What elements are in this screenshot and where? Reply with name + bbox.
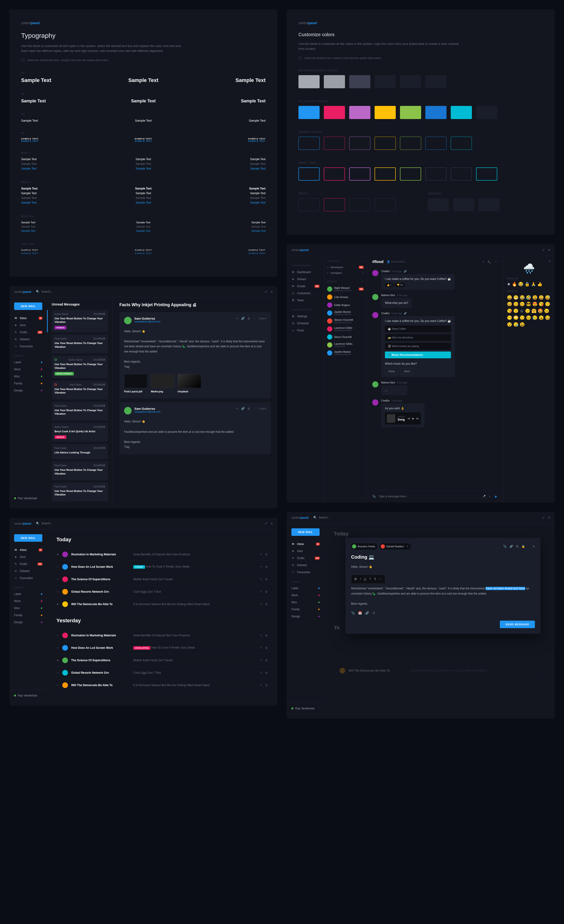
label-label[interactable]: Label [9, 591, 47, 598]
expand-icon[interactable]: ⤢ [542, 516, 545, 519]
sample-h4[interactable]: SAMPLE TEXT [189, 140, 266, 142]
search-input[interactable] [41, 522, 88, 525]
send-button[interactable]: SEND MESSAGE [500, 621, 535, 628]
add-person-icon[interactable]: + [362, 280, 364, 283]
sample-body2[interactable]: Sample Text [21, 192, 98, 195]
label-label[interactable]: Label [9, 359, 47, 366]
reply-icon[interactable]: ↩ [236, 317, 238, 320]
trash-icon[interactable]: 🗑 [372, 611, 375, 615]
attach-icon[interactable]: 📎 [372, 495, 376, 498]
sample-body2[interactable]: Sample Text [21, 201, 98, 204]
link-icon[interactable]: 🔗 [404, 312, 406, 315]
color-swatch[interactable] [349, 198, 370, 212]
color-swatch[interactable] [298, 136, 320, 150]
nav-item-sent[interactable]: ➤Sent [9, 554, 47, 561]
label-label[interactable]: Label [287, 585, 324, 592]
sample-h3[interactable]: Sample Text [105, 119, 182, 122]
reply-icon[interactable]: ↩ [236, 407, 238, 410]
person-item[interactable]: Steven ChurchillMarketing Director [327, 317, 364, 325]
mail-card[interactable]: Paul Clarke2019/05/03✎🗑Use Your Reset Bu… [52, 483, 108, 501]
mail-card[interactable]: Author Name2019/05/03✎🗑Beryl Cook S Art … [52, 423, 108, 442]
search-input[interactable] [319, 516, 365, 519]
underline-button[interactable]: U [364, 577, 366, 582]
mail-row[interactable]: ★Will The Democrats Be Able ToIt S Hurri… [56, 598, 268, 610]
label-work[interactable]: Work [9, 598, 47, 604]
suggestion-chip[interactable]: 🎬 What movies are plaing [385, 343, 451, 350]
calendar-icon[interactable]: 📅 [358, 611, 362, 615]
sample-h1[interactable]: Sample Text [21, 77, 98, 83]
mail-row[interactable]: ☆Will The Democrats Be Able ToIt S Hurri… [56, 679, 268, 692]
expand-icon[interactable]: ⤢ [542, 248, 545, 252]
link-icon[interactable]: 🔗 [404, 270, 406, 273]
color-swatch[interactable] [349, 75, 370, 88]
expand-icon[interactable]: ⤢ [265, 522, 268, 525]
trash-icon[interactable]: 🗑 [265, 684, 268, 687]
mail-row[interactable]: ★Illustration In Marketing MaterialsGrea… [56, 548, 268, 561]
call-icon[interactable]: 📞 [487, 260, 491, 264]
sample-body[interactable]: Sample Text [189, 162, 266, 165]
current-user[interactable]: Ray Vanderlaat [287, 703, 324, 714]
sample-body[interactable]: Sample Text [189, 158, 266, 161]
bold-button[interactable]: B [355, 577, 357, 582]
trash-icon[interactable]: 🗑 [265, 671, 268, 674]
edit-icon[interactable]: ✎ [260, 646, 262, 650]
sample-bodyxs[interactable]: Sample Text [21, 230, 98, 232]
person-item[interactable]: Steve Churchill [327, 333, 364, 341]
color-swatch[interactable] [374, 106, 396, 119]
nav-item-drafts[interactable]: ✎Drafts14 [9, 561, 47, 567]
mail-card[interactable]: Paul Clarke2019/05/03✎🗑Use Your Reset Bu… [52, 334, 108, 353]
trash-icon[interactable]: 🗑 [265, 603, 268, 606]
edit-icon[interactable]: ✎ [260, 590, 262, 593]
mail-row[interactable]: ★The Science Of SuperstitionsMother Eart… [56, 654, 268, 667]
trash-icon[interactable]: 🗑 [103, 337, 105, 339]
edit-icon[interactable]: ✎ [100, 404, 102, 407]
person-item[interactable]: Laurence CibbsMarketing Director [327, 325, 364, 333]
nav-item-deleted[interactable]: ✕Deleted [9, 567, 47, 574]
color-swatch[interactable] [476, 75, 497, 88]
trash-icon[interactable]: 🗑 [103, 358, 105, 361]
sample-body2[interactable]: Sample Text [21, 196, 98, 200]
color-swatch[interactable] [426, 167, 447, 181]
send-icon[interactable]: ➤ [494, 494, 497, 499]
nav-item-dashboard[interactable]: ⚙Dashboard [287, 268, 324, 276]
sample-bodyxs[interactable]: Sample Text [105, 221, 182, 224]
sample-body2[interactable]: Sample Text [189, 196, 266, 200]
star-icon[interactable]: ☆ [56, 646, 59, 650]
color-swatch[interactable] [298, 198, 320, 212]
nav-item-schedule[interactable]: ◷Schedule [287, 320, 324, 327]
sample-body2[interactable]: Sample Text [105, 201, 182, 204]
edit-icon[interactable]: ✎ [260, 671, 262, 674]
nav-item-emails[interactable]: ✉Emails25 [287, 283, 324, 290]
sample-body[interactable]: Sample Text [21, 167, 98, 170]
color-swatch[interactable] [374, 75, 396, 88]
nav-item-posts[interactable]: ▭Posts [287, 327, 324, 334]
reaction[interactable]: 👍 1 [385, 283, 393, 287]
expand-icon[interactable]: ⤢ [265, 290, 268, 294]
trash-icon[interactable]: 🗑 [103, 464, 105, 466]
clip-icon[interactable]: 🔗 [365, 611, 369, 615]
sample-body2[interactable]: Sample Text [105, 196, 182, 200]
nav-item-favourites[interactable]: ☆Favourites [9, 574, 47, 582]
mail-card[interactable]: Paul Clarke2019/05/03✎🗑Use Your Reset Bu… [52, 461, 108, 480]
color-swatch[interactable] [400, 106, 421, 119]
menu-icon[interactable]: ≡ [548, 516, 550, 519]
attachment[interactable]: Final Layout.pdf [124, 374, 147, 394]
color-swatch[interactable] [476, 167, 497, 181]
italic-button[interactable]: I [360, 577, 361, 582]
suggestion-chip[interactable]: ☕ Tasty Coffee [385, 326, 451, 332]
label-family[interactable]: Family [9, 380, 47, 387]
nav-item-deleted[interactable]: ✕Deleted [287, 562, 324, 569]
nav-item-customers[interactable]: ☺Customers [287, 290, 324, 297]
sample-body2[interactable]: Sample Text [189, 201, 266, 204]
color-swatch[interactable] [426, 106, 447, 119]
nav-item-inbox[interactable]: ✉Inbox4 [9, 315, 47, 322]
sample-bodyxs[interactable]: Sample Text [105, 230, 182, 232]
more-icon[interactable]: ⋮ [253, 317, 256, 320]
trash-icon[interactable]: 🗑 [103, 446, 105, 449]
mail-card[interactable]: Paul Clarke2019/05/03✎🗑Use Your Reset Bu… [52, 381, 108, 399]
trash-icon[interactable]: 🗑 [103, 425, 105, 428]
color-swatch[interactable] [426, 75, 447, 88]
sample-tiny[interactable]: SAMPLE TEXT [21, 249, 98, 251]
sample-body[interactable]: Sample Text [21, 158, 98, 161]
sample-h2[interactable]: Sample Text [105, 99, 182, 104]
